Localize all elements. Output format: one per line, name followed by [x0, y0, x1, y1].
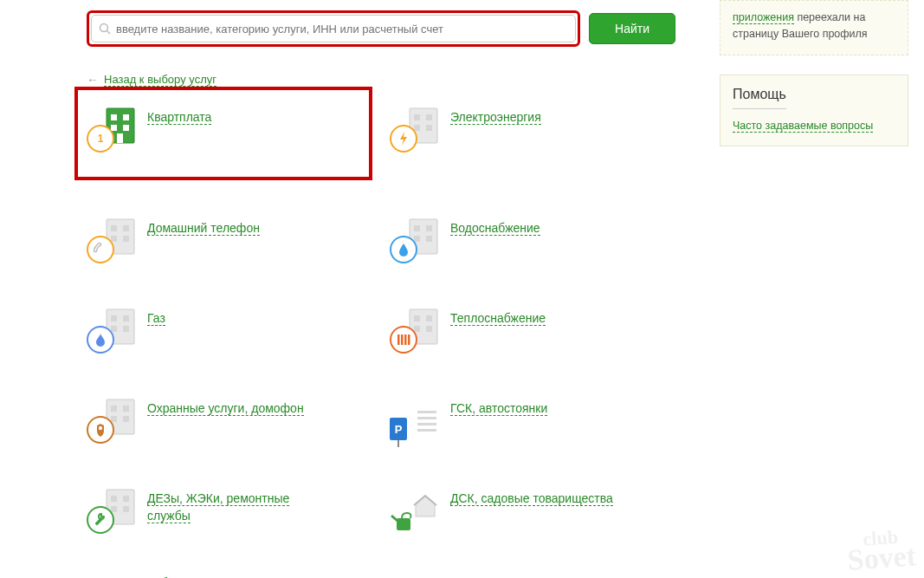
svg-rect-10	[426, 114, 432, 120]
service-water[interactable]: Водоснабжение	[390, 218, 675, 270]
service-dsk[interactable]: ДСК, садовые товарищества	[390, 489, 675, 541]
service-link[interactable]: Водоснабжение	[450, 221, 540, 236]
service-security[interactable]: Охранные услуги, домофон	[87, 399, 372, 451]
svg-rect-15	[123, 225, 129, 231]
svg-rect-4	[123, 114, 129, 120]
security-icon	[87, 399, 135, 447]
dsk-icon	[390, 489, 438, 537]
service-parking[interactable]: P ГСК, автостоянки	[390, 399, 675, 451]
sidebar-notice: приложения переехали на страницу Вашего …	[720, 0, 908, 55]
svg-rect-32	[426, 326, 432, 332]
service-kvartplata[interactable]: 1 Квартплата	[74, 87, 372, 180]
help-title: Помощь	[733, 84, 786, 109]
svg-rect-36	[408, 334, 410, 345]
service-electro[interactable]: Электроэнергия	[390, 107, 675, 180]
svg-rect-38	[111, 406, 117, 412]
svg-line-1	[107, 31, 111, 35]
svg-rect-3	[111, 114, 117, 120]
service-link[interactable]: Теплоснабжение	[450, 311, 546, 326]
service-phone[interactable]: Домашний телефон	[87, 218, 372, 270]
phone-icon	[87, 218, 135, 267]
parking-icon: P	[390, 399, 438, 447]
sidebar: приложения переехали на страницу Вашего …	[720, 0, 908, 146]
service-link[interactable]: Электроэнергия	[450, 110, 541, 125]
svg-rect-14	[111, 225, 117, 231]
svg-rect-19	[414, 225, 420, 231]
flame-icon	[87, 326, 114, 354]
svg-rect-6	[123, 125, 129, 131]
search-row: Найти	[87, 0, 675, 57]
svg-rect-34	[401, 334, 404, 345]
svg-rect-45	[123, 496, 129, 502]
help-faq-link[interactable]: Часто задаваемые вопросы	[733, 120, 873, 133]
service-link[interactable]: ГСК, автостоянки	[450, 401, 547, 416]
service-heat[interactable]: Теплоснабжение	[390, 308, 675, 360]
watering-can-icon	[390, 511, 416, 534]
main-content: Найти ← Назад к выбору услуг 1 Квартплат…	[87, 0, 675, 578]
search-highlight-frame	[87, 10, 580, 47]
services-grid: 1 Квартплата Электроэнергия Домашний тел…	[87, 107, 675, 541]
sidebar-help: Помощь Часто задаваемые вопросы	[720, 75, 908, 147]
search-input[interactable]	[116, 23, 568, 36]
svg-rect-29	[414, 315, 420, 321]
svg-rect-33	[397, 334, 400, 345]
water-icon	[390, 218, 438, 267]
service-gas[interactable]: Газ	[87, 308, 372, 360]
search-field-container	[91, 15, 576, 42]
service-link[interactable]: Газ	[147, 311, 165, 326]
p-sign-icon: P	[390, 418, 407, 440]
gas-icon	[87, 308, 135, 357]
svg-rect-35	[404, 334, 407, 345]
svg-rect-17	[123, 236, 129, 242]
svg-rect-48	[397, 518, 410, 530]
kvartplata-icon: 1	[87, 107, 135, 156]
wrench-icon	[87, 506, 114, 534]
svg-rect-27	[123, 326, 129, 332]
back-link[interactable]: Назад к выбору услуг	[104, 73, 216, 87]
heat-icon	[390, 308, 438, 357]
service-link[interactable]: Квартплата	[147, 110, 211, 125]
svg-rect-39	[123, 406, 129, 412]
svg-rect-9	[414, 114, 420, 120]
svg-rect-41	[123, 416, 129, 422]
bolt-icon	[390, 125, 417, 153]
handset-icon	[87, 236, 114, 263]
service-link[interactable]: ДСК, садовые товарищества	[450, 491, 613, 506]
svg-rect-12	[426, 125, 432, 131]
watermark: club Sovet	[845, 529, 916, 572]
svg-point-42	[99, 426, 102, 431]
search-button[interactable]: Найти	[589, 13, 675, 44]
svg-rect-20	[426, 225, 432, 231]
service-link[interactable]: Охранные услуги, домофон	[147, 401, 304, 416]
dez-icon	[87, 489, 135, 537]
service-link[interactable]: Домашний телефон	[147, 221, 260, 236]
svg-rect-24	[111, 315, 117, 321]
droplet-icon	[390, 236, 417, 263]
svg-point-0	[100, 24, 108, 32]
svg-rect-47	[123, 506, 129, 512]
radiator-icon	[390, 326, 417, 354]
arrow-left-icon: ←	[87, 73, 99, 87]
svg-rect-30	[426, 315, 432, 321]
svg-rect-25	[123, 315, 129, 321]
badge-icon: 1	[87, 125, 114, 153]
search-icon	[99, 23, 111, 35]
house-icon	[412, 494, 438, 518]
back-link-top: ← Назад к выбору услуг	[87, 73, 675, 87]
svg-rect-22	[426, 236, 432, 242]
svg-rect-7	[117, 133, 123, 143]
service-dez[interactable]: ДЕЗы, ЖЭКи, ремонтные службы	[87, 489, 372, 541]
electro-icon	[390, 107, 438, 156]
notice-link[interactable]: приложения	[733, 11, 794, 24]
service-link[interactable]: ДЕЗы, ЖЭКи, ремонтные службы	[147, 491, 289, 523]
guard-icon	[87, 416, 114, 444]
svg-rect-44	[111, 496, 117, 502]
